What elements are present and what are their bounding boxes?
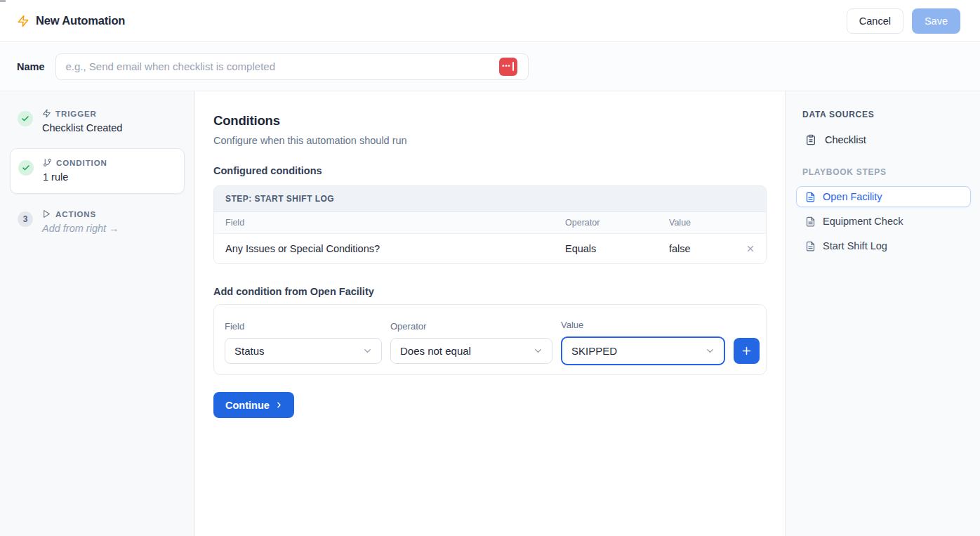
data-source-checklist[interactable]: Checklist — [796, 134, 971, 145]
page-title: New Automation — [36, 14, 125, 27]
data-sources-heading: DATA SOURCES — [796, 110, 971, 119]
add-condition-button[interactable] — [734, 338, 760, 364]
step-condition-card[interactable]: CONDITION 1 rule — [10, 148, 185, 194]
step-actions-value: Add from right → — [42, 223, 119, 234]
value-select-value: SKIPPED — [571, 345, 617, 357]
step-actions[interactable]: 3 ACTIONS Add from right → — [10, 209, 185, 234]
playbook-steps-heading: PLAYBOOK STEPS — [796, 167, 971, 177]
operator-label: Operator — [390, 321, 552, 332]
chevron-right-icon — [274, 400, 284, 410]
add-condition-heading: Add condition from Open Facility — [213, 286, 767, 297]
conditions-panel: Conditions Configure when this automatio… — [194, 91, 786, 536]
body-columns: TRIGGER Checklist Created CONDITION — [0, 91, 980, 536]
automation-name-input[interactable] — [55, 53, 529, 80]
playbook-step-label: Start Shift Log — [823, 240, 887, 251]
column-header-operator: Operator — [565, 218, 669, 228]
plus-icon — [741, 345, 753, 357]
field-select-value: Status — [234, 345, 265, 357]
condition-row-value: false — [669, 243, 735, 254]
git-branch-icon — [43, 158, 52, 167]
file-text-icon — [805, 192, 816, 202]
field-select[interactable]: Status — [225, 338, 382, 364]
cancel-button[interactable]: Cancel — [847, 8, 903, 34]
value-label: Value — [561, 320, 725, 330]
name-input-wrap: ••• — [55, 53, 529, 80]
trigger-complete-check-icon — [18, 111, 33, 126]
chevron-down-icon — [362, 346, 373, 356]
top-bar-actions: Cancel Save — [847, 8, 960, 34]
steps-sidebar: TRIGGER Checklist Created CONDITION — [0, 91, 194, 536]
field-label: Field — [225, 321, 382, 332]
value-select[interactable]: SKIPPED — [561, 336, 725, 365]
data-sources-sidebar: DATA SOURCES Checklist PLAYBOOK STEPS Op… — [786, 91, 980, 536]
playbook-step-label: Open Facility — [823, 191, 882, 202]
remove-condition-icon[interactable] — [744, 242, 757, 255]
configured-conditions-table: STEP: START SHIFT LOG Field Operator Val… — [213, 185, 767, 264]
operator-select[interactable]: Does not equal — [390, 338, 552, 364]
step-actions-label: ACTIONS — [55, 210, 96, 218]
condition-row-operator: Equals — [565, 243, 669, 254]
zap-small-icon — [42, 109, 51, 118]
save-button[interactable]: Save — [912, 8, 960, 34]
conditions-subtitle: Configure when this automation should ru… — [213, 135, 767, 146]
chevron-down-icon — [705, 346, 715, 356]
table-group-header: STEP: START SHIFT LOG — [214, 186, 766, 212]
continue-button[interactable]: Continue — [213, 392, 294, 418]
actions-step-number-badge: 3 — [18, 211, 33, 227]
conditions-title: Conditions — [213, 113, 767, 129]
top-bar: New Automation Cancel Save — [0, 0, 980, 42]
data-source-checklist-label: Checklist — [825, 134, 866, 145]
playbook-step-equipment-check[interactable]: Equipment Check — [796, 211, 971, 232]
playbook-step-label: Equipment Check — [823, 216, 903, 227]
column-header-field: Field — [225, 218, 565, 228]
add-condition-form: Field Status Operator Does not equal — [213, 304, 767, 375]
automation-name-row: Name ••• — [0, 42, 980, 91]
zap-icon — [17, 15, 29, 27]
play-icon — [42, 209, 51, 218]
clipboard-icon — [805, 134, 816, 145]
name-label: Name — [17, 61, 45, 72]
top-bar-title-group: New Automation — [17, 14, 125, 27]
condition-row: Any Issues or Special Conditions? Equals… — [214, 234, 766, 263]
file-text-icon — [805, 216, 816, 227]
condition-complete-check-icon — [18, 160, 34, 176]
step-condition: CONDITION 1 rule — [18, 158, 176, 183]
configured-conditions-heading: Configured conditions — [213, 165, 767, 176]
continue-button-label: Continue — [225, 400, 270, 411]
playbook-step-start-shift-log[interactable]: Start Shift Log — [796, 235, 971, 256]
playbook-step-open-facility[interactable]: Open Facility — [796, 186, 971, 207]
password-manager-extension-icon[interactable]: ••• — [499, 58, 517, 76]
step-condition-label: CONDITION — [56, 159, 107, 167]
screenshot-corner-artifact — [0, 0, 6, 2]
step-condition-value: 1 rule — [43, 171, 107, 183]
step-trigger[interactable]: TRIGGER Checklist Created — [10, 109, 185, 133]
condition-row-field: Any Issues or Special Conditions? — [225, 243, 565, 254]
chevron-down-icon — [533, 346, 543, 356]
step-trigger-value: Checklist Created — [42, 122, 122, 133]
operator-select-value: Does not equal — [400, 345, 471, 357]
column-header-value: Value — [669, 218, 735, 228]
playbook-steps-list: Open Facility Equipment Check Start Shif… — [796, 186, 971, 256]
table-column-headers: Field Operator Value — [214, 212, 766, 234]
step-trigger-label: TRIGGER — [55, 110, 97, 118]
file-text-icon — [805, 241, 816, 251]
